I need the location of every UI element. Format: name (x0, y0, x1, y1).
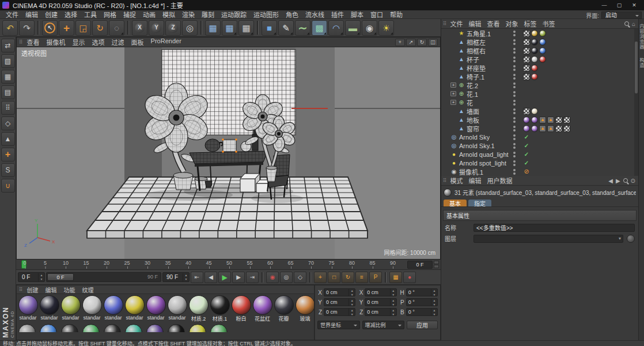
zoom-view-icon[interactable]: ↗ (406, 39, 416, 46)
visibility-toggles[interactable] (512, 160, 517, 166)
panel-grip-icon[interactable]: ⠿ (19, 39, 22, 45)
main-menu-6[interactable]: 捕捉 (120, 10, 139, 19)
material-item[interactable]: 粉白 (230, 295, 252, 322)
camera-button[interactable]: ◉ (362, 20, 377, 36)
stepper-icon[interactable]: ▲▼ (348, 308, 355, 316)
material-sphere[interactable] (40, 324, 57, 332)
lock-y-axis-button[interactable]: Y (149, 20, 164, 36)
visibility-toggles[interactable] (512, 91, 517, 97)
material-item[interactable]: standar (145, 295, 166, 322)
material-sphere[interactable] (146, 295, 166, 315)
visibility-toggles[interactable] (512, 31, 517, 36)
tab-basic[interactable]: 基本 (444, 200, 467, 206)
material-item[interactable]: 花盆红 (252, 295, 273, 322)
object-row[interactable]: ◎Arnold Sky.1✓ (441, 141, 638, 150)
tag-ball-icon[interactable] (531, 65, 538, 72)
subdivision-surface-button[interactable]: ▩ (312, 20, 327, 36)
stepper-icon[interactable]: ▲▼ (348, 298, 355, 306)
material-item[interactable]: standar (166, 295, 188, 322)
tag-checker-icon[interactable] (523, 65, 530, 72)
material-sphere[interactable] (210, 324, 228, 332)
rotate-view-icon[interactable]: ↻ (417, 39, 427, 46)
tag-checker-icon[interactable] (523, 39, 530, 46)
material-sphere[interactable] (189, 295, 209, 315)
spline-arc-button[interactable]: ∼ (295, 20, 310, 36)
object-row[interactable]: +⊕花 (441, 98, 638, 107)
snap-toggle-button[interactable]: ∪ (1, 179, 15, 193)
coordinate-system-select[interactable]: 世界坐标 (317, 321, 360, 329)
tag-check-icon[interactable]: ✓ (523, 142, 530, 149)
material-item[interactable]: 材质.2 (188, 295, 209, 322)
stepper-icon[interactable]: ▲▼ (431, 308, 437, 316)
material-menu-3[interactable]: 纹理 (79, 285, 97, 294)
lock-icon[interactable]: ⊙ (631, 178, 635, 184)
bend-deformer-button[interactable]: ◠ (328, 20, 344, 36)
material-sphere[interactable] (253, 295, 272, 315)
viewport-menu-3[interactable]: 选项 (89, 37, 108, 47)
name-input[interactable]: <<多重数值>> (473, 224, 635, 232)
live-selection-tool[interactable]: ↖ (42, 20, 58, 36)
tag-checker-icon[interactable] (523, 30, 530, 37)
interface-select[interactable]: 启动 (601, 12, 642, 19)
tag-ball-icon[interactable] (539, 30, 546, 37)
tag-tri-icon[interactable]: ▲ (547, 125, 554, 132)
move-tool[interactable]: + (59, 20, 74, 36)
size-z-field[interactable]: 0 cm▲▼ (365, 308, 396, 316)
edges-mode-button[interactable]: ◇ (1, 116, 15, 130)
tag-ball-icon[interactable] (523, 116, 530, 123)
points-mode-button[interactable]: ⠿ (1, 101, 15, 115)
material-item[interactable]: standar (81, 295, 103, 322)
tag-checker-icon[interactable] (555, 116, 562, 123)
polygons-mode-button[interactable]: ▲ (1, 132, 15, 146)
tag-checker-icon[interactable] (523, 56, 530, 63)
material-sphere[interactable] (18, 324, 36, 332)
visibility-toggles[interactable] (512, 169, 517, 175)
render-picture-viewer-button[interactable]: ▦ (222, 20, 237, 36)
render-view-button[interactable]: ▦ (205, 20, 221, 36)
stepper-icon[interactable]: ▲▼ (183, 273, 189, 281)
tag-ball-icon[interactable] (531, 47, 538, 54)
tag-ball-icon[interactable] (539, 39, 546, 46)
light-button[interactable]: ☀ (378, 20, 394, 36)
coordinate-system-button[interactable]: ◎ (182, 20, 198, 36)
tab-assign[interactable]: 指定 (468, 200, 491, 206)
render-preview-button[interactable]: ● (403, 272, 416, 283)
material-sphere[interactable] (104, 295, 123, 315)
material-item[interactable]: standar (39, 295, 60, 322)
material-sphere[interactable] (61, 324, 78, 332)
material-item[interactable]: standar (103, 295, 124, 322)
visibility-toggles[interactable] (512, 82, 517, 88)
panel-grip-icon[interactable]: ⠿ (19, 287, 22, 292)
attribute-menu-1[interactable]: 编辑 (466, 176, 484, 185)
material-item[interactable]: standar (17, 295, 39, 322)
visibility-toggles[interactable] (512, 74, 517, 80)
visibility-toggles[interactable] (512, 100, 517, 106)
stepper-icon[interactable]: ▲▼ (431, 298, 437, 306)
material-sphere[interactable] (61, 295, 81, 315)
object-row[interactable]: ▲窗帘▲▲ (441, 124, 638, 133)
visibility-toggles[interactable] (512, 108, 517, 114)
panel-grip-icon[interactable]: ⠿ (443, 21, 446, 27)
tag-check-icon[interactable]: ✓ (523, 160, 530, 167)
workplane-mode-button[interactable]: ▤ (1, 85, 15, 99)
material-sphere[interactable] (210, 295, 230, 315)
object-manager-menu-5[interactable]: 书签 (540, 19, 558, 28)
scale-tool[interactable]: ◲ (75, 20, 91, 36)
goto-start-button[interactable]: ⇤ (191, 272, 203, 283)
tag-ball-icon[interactable] (523, 125, 530, 132)
main-menu-15[interactable]: 插件 (328, 10, 347, 19)
stepper-icon[interactable]: ▲▼ (348, 288, 355, 296)
main-menu-9[interactable]: 渲染 (179, 10, 198, 19)
current-frame-field[interactable]: 0 F ▲▼ (18, 272, 45, 282)
object-row[interactable]: ▲杯子 (441, 55, 638, 63)
record-parameter-toggle[interactable]: ≡ (355, 272, 368, 283)
tag-tri-icon[interactable]: ▲ (539, 125, 546, 132)
material-sphere[interactable] (168, 295, 187, 315)
object-row[interactable]: ●Arnold spot_light✓ (441, 159, 638, 167)
material-item[interactable]: 玻璃 (294, 295, 315, 322)
rotation-h-field[interactable]: 0 °▲▼ (406, 288, 438, 296)
main-menu-3[interactable]: 选择 (61, 10, 81, 19)
model-mode-button[interactable]: ▧ (1, 54, 15, 68)
main-menu-0[interactable]: 文件 (2, 10, 22, 19)
material-sphere[interactable] (125, 295, 145, 315)
